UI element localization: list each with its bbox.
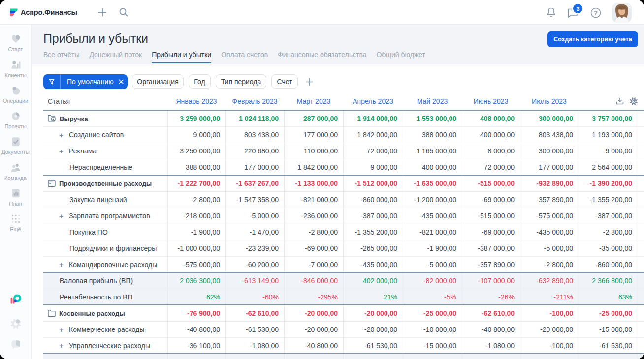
svg-text:?: ? — [594, 9, 598, 17]
